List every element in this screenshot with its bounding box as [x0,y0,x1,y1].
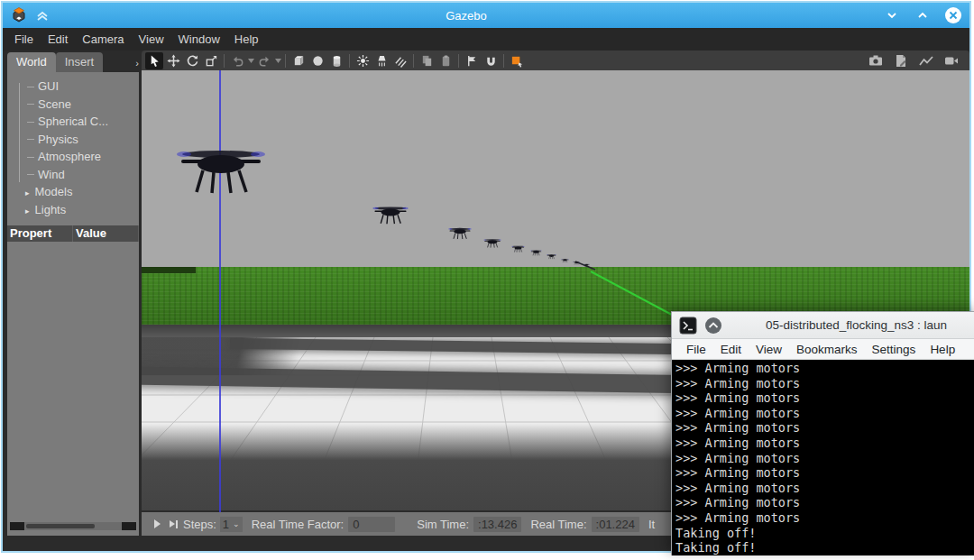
tree-item-label: Models [35,185,73,198]
keep-above-icon[interactable] [704,317,722,335]
play-button[interactable] [154,519,161,528]
terminal-line: Taking off! [675,526,973,541]
menu-file[interactable]: File [8,30,40,49]
steps-label: Steps: [183,518,216,531]
tree-item-atmosphere[interactable]: Atmosphere [14,148,139,166]
horizontal-scrollbar[interactable] [10,520,136,532]
drone-model[interactable] [583,263,590,267]
minimize-icon[interactable] [883,6,901,24]
drone-model[interactable] [176,141,266,195]
close-icon[interactable] [944,6,962,24]
select-tool-icon[interactable] [145,52,163,69]
cylinder-shape-icon[interactable] [327,52,345,69]
rotate-tool-icon[interactable] [183,52,201,69]
z-axis-line [219,70,221,512]
drone-model[interactable] [561,258,569,262]
scale-tool-icon[interactable] [202,52,220,69]
chevron-down-icon: ⌄ [233,519,240,528]
terminal-line: >>> Arming motors [675,481,973,496]
gazebo-menubar: FileEditCameraViewWindowHelp [3,28,969,50]
tree-item-physics[interactable]: Physics [14,131,139,149]
menu-help[interactable]: Help [228,30,265,49]
terminal-window: 05-distributed_flocking_ns3 : laun FileE… [671,311,974,555]
terminal-line: >>> Arming motors [675,420,973,436]
terminal-line: >>> Arming motors [675,406,973,421]
sphere-shape-icon[interactable] [308,52,326,69]
drone-model[interactable] [448,225,472,240]
expand-arrow-icon[interactable]: ▸ [25,207,30,216]
redo-dropdown-icon[interactable] [274,52,281,69]
tree-item-gui[interactable]: GUI [14,78,139,96]
step-button[interactable] [170,520,178,528]
align-icon[interactable] [463,52,481,69]
iterations-label: It [648,518,655,531]
drone-model[interactable] [530,249,542,256]
terminal-menu-help[interactable]: Help [924,341,960,358]
maximize-icon[interactable] [914,6,932,24]
terminal-line: >>> Arming motors [675,465,973,481]
drone-model[interactable] [483,237,501,248]
terminal-menu-edit[interactable]: Edit [715,341,747,358]
terminal-output[interactable]: >>> Arming motors>>> Arming motors>>> Ar… [672,360,974,555]
drone-model[interactable] [547,253,556,260]
tab-insert[interactable]: Insert [56,52,104,72]
terminal-title: 05-distributed_flocking_ns3 : laun [766,318,947,332]
terminal-titlebar[interactable]: 05-distributed_flocking_ns3 : laun [672,312,974,339]
drone-model[interactable] [511,244,525,252]
world-tree: GUISceneSpherical C...PhysicsAtmosphereW… [7,72,139,222]
drone-model[interactable] [573,261,580,265]
steps-spinbox[interactable]: 1 ⌄ [220,517,243,532]
terminal-menu-file[interactable]: File [681,341,712,358]
terminal-line: >>> Arming motors [675,361,973,376]
gazebo-logo-icon [10,6,28,24]
scroll-right-button[interactable] [122,522,136,530]
video-record-icon[interactable] [942,52,960,69]
drone-model[interactable] [372,203,409,225]
tree-item-label: Spherical C... [38,115,108,128]
copy-icon[interactable] [418,52,436,69]
terminal-menu-bookmarks[interactable]: Bookmarks [791,341,863,358]
translate-tool-icon[interactable] [164,52,182,69]
paste-icon[interactable] [436,52,455,69]
menu-edit[interactable]: Edit [41,30,74,49]
spot-light-icon[interactable] [372,52,391,69]
expand-arrow-icon[interactable]: ▸ [25,188,30,197]
screenshot-icon[interactable] [867,52,885,69]
tab-overflow-arrow[interactable]: › [135,58,139,69]
scroll-left-button[interactable] [10,522,24,530]
tree-item-spherical-c[interactable]: Spherical C... [14,113,139,131]
rtf-value: 0 [348,517,395,532]
log-record-icon[interactable] [892,52,910,69]
directional-light-icon[interactable] [391,52,409,69]
tree-item-models[interactable]: ▸Models [14,183,139,201]
menu-window[interactable]: Window [172,30,226,49]
rollup-icon[interactable] [35,8,50,23]
redo-icon[interactable] [255,52,273,69]
scrollbar-thumb[interactable] [26,524,95,528]
property-table-header: Propert Value [7,225,139,242]
terminal-line: >>> Arming motors [675,510,973,526]
menu-view[interactable]: View [133,30,170,49]
terminal-menu-view[interactable]: View [750,341,787,358]
world-panel: World Insert › GUISceneSpherical C...Phy… [7,50,139,536]
tree-item-label: Atmosphere [38,150,101,163]
undo-dropdown-icon[interactable] [247,52,254,69]
tree-item-wind[interactable]: Wind [14,166,139,184]
snap-magnet-icon[interactable] [482,52,500,69]
scrollbar-track[interactable] [24,522,122,530]
undo-icon[interactable] [228,52,246,69]
gazebo-titlebar[interactable]: Gazebo [3,3,969,28]
menu-camera[interactable]: Camera [76,30,130,49]
box-shape-icon[interactable] [289,52,308,69]
point-light-icon[interactable] [354,52,372,69]
tree-item-label: Lights [35,203,67,216]
tree-item-lights[interactable]: ▸Lights [14,201,139,219]
tree-item-scene[interactable]: Scene [14,96,139,114]
property-table-empty [7,242,139,519]
tree-item-label: Physics [38,133,78,146]
tab-world[interactable]: World [7,52,56,72]
plot-icon[interactable] [917,52,935,69]
terminal-menu-settings[interactable]: Settings [867,341,922,358]
sim-time-value: :13.426 [473,517,521,532]
model-editor-icon[interactable] [508,52,526,69]
